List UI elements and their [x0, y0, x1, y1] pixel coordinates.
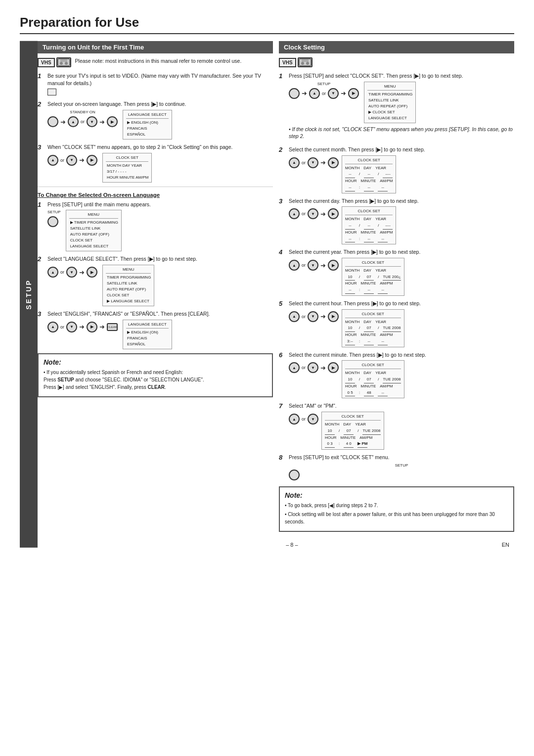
left-note-box: Note: • If you accidentally select Spani…	[38, 353, 273, 397]
r-play-4: ▶	[328, 260, 339, 271]
r-arrow-4: ➜	[320, 262, 326, 269]
right-section-header: Clock Setting	[279, 41, 514, 53]
r-down-4: ▼	[308, 260, 318, 271]
r-step-4-content: Select the current year. Then press [▶] …	[289, 248, 514, 296]
svg-point-5	[301, 62, 304, 65]
r-step-1-content: Press [SETUP] and select "CLOCK SET". Th…	[289, 72, 514, 142]
menu-auto: AUTO REPEAT (OFF)	[69, 232, 118, 237]
clock-box-6: CLOCK SET MONTHDAYYEAR 10/07/TUE 2008 HO…	[342, 360, 404, 398]
setup-btn-1	[47, 216, 58, 227]
menu-timer: TIMER PROGRAMMING	[69, 220, 118, 226]
svg-point-2	[65, 62, 68, 65]
r-step-3-content: Select the current day. Then press [▶] t…	[289, 197, 514, 245]
menu-timer-s2: TIMER PROGRAMMING	[106, 275, 151, 281]
or-text-1: or	[81, 119, 85, 124]
sub-step-2: 2 Select "LANGUAGE SELECT". Then press […	[38, 255, 273, 306]
language-menu-box: LANGUAGE SELECT ENGLISH (ON) FRANCAIS ES…	[123, 110, 172, 140]
lang-english: ENGLISH (ON)	[126, 120, 169, 126]
r-step-3-text: Select the current day. Then press [▶] t…	[289, 197, 514, 205]
clock-box-3: CLOCK SET MONTHDAYYEAR --/--/---- HOURMI…	[342, 206, 396, 244]
right-step-4: 4 Select the current year. Then press [▶…	[279, 248, 514, 296]
clock-box-5: CLOCK SET MONTHDAYYEAR 10/07/TUE 2008 HO…	[342, 309, 404, 347]
clock-title-2: CLOCK SET	[345, 157, 393, 164]
r-up-1: ▲	[309, 88, 320, 99]
or-text-s2: or	[60, 270, 64, 275]
clock-title-left: CLOCK SET	[106, 155, 148, 162]
clock-title-4: CLOCK SET	[345, 260, 401, 267]
r-step-5-diagram: ▲ or ▼ ➜ ▶	[289, 311, 339, 322]
r-m-lang: LANGUAGE SELECT	[367, 115, 412, 121]
left-column: Turning on Unit for the First Time VHS	[38, 41, 273, 532]
menu-box-sub2: MENU TIMER PROGRAMMING SATELLITE LINK AU…	[102, 265, 154, 306]
r-down-6: ▼	[308, 362, 318, 373]
left-vhs-row: VHS Please note: most instructions in th…	[38, 57, 273, 67]
step-1-content: Be sure your TV's input is set to VIDEO.…	[47, 72, 273, 96]
right-step-3: 3 Select the current day. Then press [▶]…	[279, 197, 514, 245]
step-3-text: When "CLOCK SET" menu appears, go to ste…	[47, 143, 273, 151]
cassette-icon	[56, 57, 71, 67]
r-step-5-content: Select the current hour. Then press [▶] …	[289, 300, 514, 347]
r-m-timer: TIMER PROGRAMMING	[367, 92, 412, 97]
menu-auto-s2: AUTO REPEAT (OFF)	[106, 286, 151, 292]
right-step-2: 2 Select the current month. Then press […	[279, 146, 514, 193]
r-step-2-text: Select the current month. Then press [▶]…	[289, 146, 514, 153]
r-step-num-5: 5	[279, 300, 286, 307]
clock-hour-min: HOUR MINUTE AM/PM	[106, 175, 148, 181]
r-down-2: ▼	[308, 157, 318, 168]
svg-point-1	[60, 62, 63, 65]
arrow-2: ➜	[99, 118, 105, 126]
step-2-diagram: ➜ ▲ or ▼ ➜ ▶	[47, 116, 118, 127]
r-step-7-diagram: ▲ or ▼	[289, 414, 318, 425]
arrow-s3b: ➜	[99, 323, 105, 331]
r-m-clock: CLOCK SET	[367, 109, 412, 115]
page-title: Preparation for Use	[20, 15, 514, 34]
r-step-1-diagram: ➜ ▲ or ▼ ➜ ▶	[289, 88, 359, 99]
r-step-num-4: 4	[279, 248, 286, 256]
vhs-icon-left: VHS	[38, 57, 71, 67]
arrow-1: ➜	[60, 118, 66, 126]
step-2-content: Select your on-screen language. Then pre…	[47, 100, 273, 140]
right-note-text: • To go back, press [◀] during steps 2 t…	[285, 502, 508, 525]
menu-lang-s2: LANGUAGE SELECT	[106, 298, 151, 304]
r-m-sat: SATELLITE LINK	[367, 97, 412, 103]
r-step-num-2: 2	[279, 146, 286, 153]
left-note-text: • If you accidentally select Spanish or …	[44, 369, 267, 391]
sub-step-1-diagram	[47, 216, 61, 227]
r-step-6-diagram: ▲ or ▼ ➜ ▶	[289, 362, 339, 373]
r-step-8-diagram	[289, 470, 514, 480]
step-num-3: 3	[38, 143, 44, 151]
play-btn-3: ▶	[87, 155, 97, 166]
r-or-4: or	[302, 263, 306, 268]
r-down-5: ▼	[308, 311, 318, 322]
step-3-content: When "CLOCK SET" menu appears, go to ste…	[47, 143, 273, 183]
arrow-3: ➜	[79, 156, 85, 164]
page-footer: – 8 – EN	[38, 542, 514, 548]
r-step-num-3: 3	[279, 197, 286, 205]
menu-title-sub2: MENU	[106, 267, 151, 274]
arrow-s2: ➜	[79, 269, 85, 276]
r-setup-label-1: SETUP	[289, 82, 359, 86]
right-note-box: Note: • To go back, press [◀] during ste…	[279, 486, 514, 532]
r-step-7-text: Select "AM" or "PM".	[289, 402, 514, 410]
r-step-5-text: Select the current hour. Then press [▶] …	[289, 300, 514, 307]
r-step-8-text: Press [SETUP] to exit "CLOCK SET" menu.	[289, 454, 514, 461]
svg-rect-3	[60, 59, 67, 62]
play-btn: ▶	[107, 116, 118, 127]
r-menu-box-1: MENU TIMER PROGRAMMING SATELLITE LINK AU…	[364, 82, 416, 123]
step-num-2: 2	[38, 100, 44, 108]
r-step-6-text: Select the current minute. Then press [▶…	[289, 351, 514, 359]
arrow-s3: ➜	[79, 323, 85, 331]
r-step-num-6: 6	[279, 351, 286, 359]
r-arrow-1b: ➜	[341, 90, 346, 97]
r-setup-label-8: SETUP	[289, 463, 514, 468]
up-btn-s3: ▲	[47, 322, 58, 332]
r-step-4-diagram: ▲ or ▼ ➜ ▶	[289, 260, 339, 271]
clock-val-left: 3/17 / - - - -	[106, 169, 148, 175]
standby-label: STANDBY·ON	[47, 110, 118, 114]
step-num-1: 1	[38, 72, 44, 80]
sub-step-1-content: Press [SETUP] until the main menu appear…	[47, 201, 273, 252]
r-step-1-note: • If the clock is not set, "CLOCK SET" m…	[289, 126, 514, 140]
sub-step-1-text: Press [SETUP] until the main menu appear…	[47, 201, 273, 208]
r-step-4-text: Select the current year. Then press [▶] …	[289, 248, 514, 256]
r-up-5: ▲	[289, 311, 300, 322]
